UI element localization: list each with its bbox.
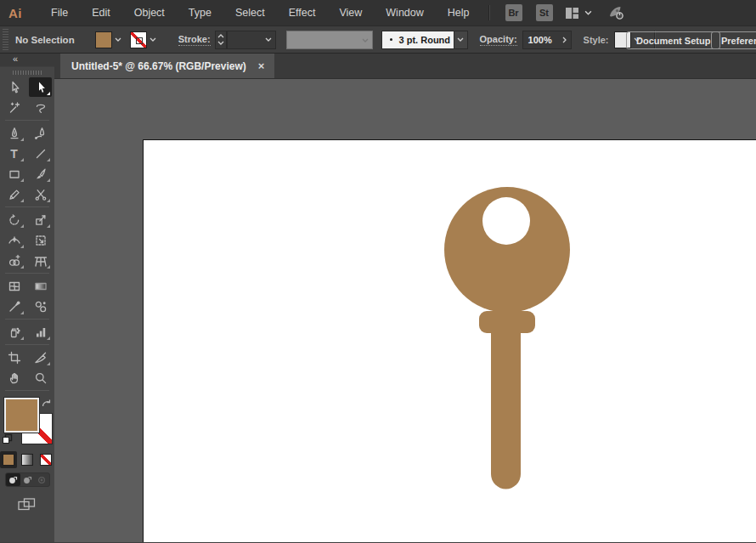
hand-tool-icon (8, 371, 21, 385)
menu-help[interactable]: Help (436, 0, 482, 25)
stroke-weight-stepper[interactable] (215, 31, 227, 49)
brush-definition-value: 3 pt. Round (399, 35, 451, 45)
fill-color-chevron[interactable] (112, 31, 125, 49)
menu-file[interactable]: File (39, 0, 80, 25)
opacity-label[interactable]: Opacity: (480, 34, 517, 46)
pen-tool[interactable] (3, 123, 25, 143)
stroke-weight-label[interactable]: Stroke: (178, 34, 211, 46)
gpu-performance-button[interactable] (607, 4, 626, 21)
selection-tool-icon (8, 81, 21, 94)
tab-close-icon[interactable]: × (258, 60, 265, 71)
artboard-tool[interactable] (3, 348, 25, 367)
pasteboard[interactable] (54, 79, 756, 542)
none-button[interactable] (37, 451, 54, 468)
toolbar-separator (5, 344, 49, 345)
swap-fill-stroke-button[interactable] (41, 397, 52, 412)
chevron-up-icon (217, 34, 224, 38)
lasso-tool[interactable] (29, 98, 52, 117)
opacity-value: 100% (528, 35, 552, 45)
mesh-tool-icon (8, 280, 21, 293)
menubar-divider (488, 5, 490, 20)
brush-preview-dot-icon (390, 38, 392, 41)
illustrator-window: Ai File Edit Object Type Select Effect V… (0, 0, 756, 543)
shaper-tool[interactable] (3, 184, 25, 204)
type-tool[interactable]: T (3, 144, 25, 163)
bridge-button[interactable]: Br (505, 4, 522, 21)
magic-wand-tool[interactable] (3, 98, 25, 117)
brush-definition-chevron[interactable] (454, 31, 468, 49)
fill-color-swatch[interactable] (95, 31, 112, 48)
stock-button[interactable]: St (536, 4, 553, 21)
menu-effect[interactable]: Effect (277, 0, 328, 25)
stroke-color-chevron[interactable] (147, 31, 160, 49)
rotate-tool[interactable] (3, 210, 25, 229)
control-bar-grip[interactable] (3, 29, 8, 51)
blend-tool[interactable] (29, 297, 52, 316)
column-graph-tool[interactable] (29, 322, 52, 342)
stroke-color-swatch[interactable] (130, 31, 147, 48)
magic-wand-tool-icon (8, 101, 21, 115)
width-profile-select[interactable] (286, 31, 373, 49)
scissors-tool[interactable] (29, 184, 52, 204)
fill-proxy-swatch[interactable] (4, 398, 39, 433)
color-button[interactable] (0, 451, 17, 468)
chevron-down-icon (457, 37, 464, 42)
menu-view[interactable]: View (327, 0, 374, 25)
symbol-sprayer-tool-icon (8, 325, 21, 339)
menu-select[interactable]: Select (223, 0, 277, 25)
perspective-grid-tool[interactable] (29, 251, 52, 270)
key-artwork[interactable] (144, 140, 756, 542)
type-tool-icon: T (10, 148, 18, 160)
brush-definition-face[interactable]: 3 pt. Round (381, 31, 454, 49)
document-tab[interactable]: Untitled-5* @ 66.67% (RGB/Preview) × (60, 54, 274, 78)
gradient-button[interactable] (19, 451, 36, 468)
line-segment-tool[interactable] (29, 144, 52, 163)
width-tool[interactable] (3, 230, 25, 250)
stroke-weight-chevron[interactable] (262, 31, 275, 49)
pen-tool-icon (8, 127, 21, 140)
eyedropper-tool[interactable] (3, 297, 25, 316)
hand-tool[interactable] (3, 368, 25, 387)
toolbar-grip[interactable] (13, 71, 42, 75)
menu-edit[interactable]: Edit (80, 0, 122, 25)
toolbar-separator (5, 319, 49, 320)
draw-inside-button[interactable] (35, 473, 49, 486)
opacity-expand-arrow[interactable] (559, 37, 571, 43)
artboard[interactable] (143, 139, 756, 542)
zoom-tool[interactable] (29, 368, 52, 387)
mesh-tool[interactable] (3, 276, 25, 296)
toolbar-collapse-button[interactable]: « (0, 54, 54, 67)
menu-object[interactable]: Object (122, 0, 177, 25)
control-bar: No Selection Stroke: (0, 25, 756, 54)
workspace-switcher-button[interactable] (565, 7, 592, 20)
paintbrush-tool[interactable] (29, 164, 52, 184)
opacity-field[interactable]: 100% (522, 31, 572, 49)
key-stem-shape[interactable] (491, 319, 521, 489)
draw-normal-button[interactable] (6, 473, 20, 486)
stroke-weight-select[interactable] (227, 31, 276, 49)
gradient-tool[interactable] (29, 276, 52, 296)
preferences-button[interactable]: Preferences (711, 31, 756, 49)
free-transform-tool[interactable] (29, 230, 52, 250)
curvature-tool[interactable] (29, 123, 52, 143)
default-fill-stroke-button[interactable] (2, 433, 13, 448)
fill-color-dropdown[interactable] (95, 31, 125, 49)
brush-definition-select[interactable]: 3 pt. Round (381, 31, 468, 49)
rectangle-tool[interactable] (3, 164, 25, 184)
menu-window[interactable]: Window (374, 0, 435, 25)
direct-selection-tool[interactable] (29, 77, 52, 97)
draw-behind-button[interactable] (20, 473, 35, 486)
shape-builder-tool[interactable] (3, 251, 25, 270)
slice-tool[interactable] (29, 348, 52, 367)
gpu-performance-icon (607, 4, 626, 21)
selection-tool[interactable] (3, 77, 25, 97)
stroke-color-dropdown[interactable] (130, 31, 160, 49)
scale-tool[interactable] (29, 210, 52, 229)
change-screen-mode-button[interactable] (17, 497, 37, 512)
document-setup-button[interactable]: Document Setup (626, 31, 720, 49)
key-hole-shape[interactable] (482, 197, 530, 245)
symbol-sprayer-tool[interactable] (3, 322, 25, 342)
width-profile-chevron (359, 31, 372, 50)
menu-type[interactable]: Type (177, 0, 223, 25)
direct-selection-tool-icon (34, 81, 48, 94)
